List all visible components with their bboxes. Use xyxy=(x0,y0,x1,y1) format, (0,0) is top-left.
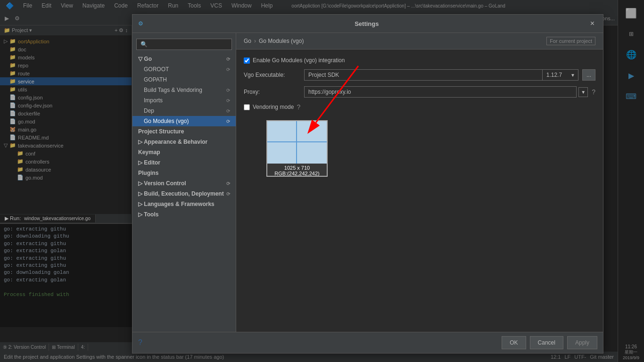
nav-item-plugins[interactable]: Plugins xyxy=(132,168,236,178)
enable-checkbox-label: Enable Go Modules (vgo) integration xyxy=(253,57,345,64)
sdk-dropdown-button[interactable]: ▼ xyxy=(568,71,578,80)
footer-buttons: OK Cancel Apply xyxy=(502,336,597,349)
sdk-value: Project SDK xyxy=(305,70,540,80)
sync-icon-vc: ⟳ xyxy=(226,181,230,186)
dialog-footer: ? OK Cancel Apply xyxy=(132,332,603,353)
screenshot-tooltip: 1025 x 710 RGB:(242,242,242) xyxy=(266,120,328,177)
dialog-title: Settings xyxy=(355,20,379,27)
dialog-body: ▽ Go ⟳ GOROOT ⟳ GOPATH Build Tags & Vend… xyxy=(132,33,603,332)
settings-search-input[interactable] xyxy=(136,39,232,50)
sdk-version: 1.12.7 xyxy=(542,70,566,80)
dialog-title-icon: ⚙ xyxy=(138,20,143,27)
nav-item-gopath[interactable]: GOPATH xyxy=(132,74,236,85)
ok-button[interactable]: OK xyxy=(502,336,526,349)
proxy-row: Proxy: ▼ ? xyxy=(244,86,595,98)
sync-icon-modules: ⟳ xyxy=(226,119,230,124)
dialog-close-button[interactable]: × xyxy=(587,18,597,29)
screenshot-preview: 1025 x 710 RGB:(242,242,242) xyxy=(266,120,328,177)
sync-icon-goroot: ⟳ xyxy=(226,67,230,72)
breadcrumb-current: Go Modules (vgo) xyxy=(259,38,304,44)
breadcrumb-root: Go xyxy=(244,38,251,44)
search-box xyxy=(136,39,232,50)
apply-button[interactable]: Apply xyxy=(567,336,597,349)
nav-item-dep[interactable]: Dep ⟳ xyxy=(132,106,236,116)
proxy-input-wrap: ▼ xyxy=(304,86,588,98)
settings-form: Enable Go Modules (vgo) integration Vgo … xyxy=(236,49,603,332)
nav-item-build-tags[interactable]: Build Tags & Vendoring ⟳ xyxy=(132,85,236,95)
proxy-label: Proxy: xyxy=(244,89,300,95)
nav-item-go-modules[interactable]: Go Modules (vgo) ⟳ xyxy=(132,116,236,126)
sync-icon-imports: ⟳ xyxy=(226,98,230,103)
proxy-help-icon[interactable]: ? xyxy=(592,88,595,96)
settings-dialog: ⚙ Settings × ▽ Go ⟳ GOROOT ⟳ GOPATH Buil… xyxy=(132,14,603,354)
breadcrumb-separator: › xyxy=(254,38,256,44)
nav-item-go[interactable]: ▽ Go ⟳ xyxy=(132,54,236,64)
vgo-exe-row: Vgo Executable: Project SDK 1.12.7 ▼ ... xyxy=(244,69,595,81)
sdk-select[interactable]: Project SDK 1.12.7 ▼ xyxy=(304,69,578,81)
sync-icon: ⟳ xyxy=(226,57,230,62)
sync-icon-dep: ⟳ xyxy=(226,108,230,114)
dialog-titlebar: ⚙ Settings × xyxy=(132,15,603,33)
proxy-field[interactable] xyxy=(304,86,577,98)
settings-breadcrumb: Go › Go Modules (vgo) For current projec… xyxy=(236,33,603,49)
nav-item-build-exec[interactable]: ▷ Build, Execution, Deployment ⟳ xyxy=(132,189,236,199)
settings-content: Go › Go Modules (vgo) For current projec… xyxy=(236,33,603,332)
nav-item-goroot[interactable]: GOROOT ⟳ xyxy=(132,64,236,74)
sync-icon-build-exec: ⟳ xyxy=(226,191,230,197)
nav-item-project-structure[interactable]: Project Structure xyxy=(132,126,236,137)
vendoring-label: Vendoring mode xyxy=(253,104,294,110)
nav-item-editor[interactable]: ▷ Editor xyxy=(132,157,236,168)
nav-item-version-control[interactable]: ▷ Version Control ⟳ xyxy=(132,178,236,189)
vgo-exe-label: Vgo Executable: xyxy=(244,72,300,78)
nav-item-tools[interactable]: ▷ Tools xyxy=(132,209,236,220)
vendoring-checkbox[interactable] xyxy=(244,104,250,110)
enable-checkbox[interactable] xyxy=(244,58,250,64)
help-button[interactable]: ? xyxy=(138,338,142,347)
nav-item-appearance[interactable]: ▷ Appearance & Behavior xyxy=(132,137,236,147)
settings-sidebar: ▽ Go ⟳ GOROOT ⟳ GOPATH Build Tags & Vend… xyxy=(132,33,236,332)
nav-item-keymap[interactable]: Keymap xyxy=(132,147,236,157)
screenshot-dimensions: 1025 x 710 RGB:(242,242,242) xyxy=(267,164,327,177)
proxy-dropdown-button[interactable]: ▼ xyxy=(578,87,588,97)
sync-icon-build: ⟳ xyxy=(226,88,230,93)
nav-item-languages[interactable]: ▷ Languages & Frameworks xyxy=(132,199,236,209)
vendoring-help-icon[interactable]: ? xyxy=(297,103,300,111)
sdk-more-button[interactable]: ... xyxy=(582,69,595,81)
project-badge: For current project xyxy=(546,37,595,45)
vendoring-checkbox-row: Vendoring mode ? xyxy=(244,103,595,111)
cancel-button[interactable]: Cancel xyxy=(530,336,563,349)
enable-checkbox-row: Enable Go Modules (vgo) integration xyxy=(244,57,595,64)
nav-item-imports[interactable]: Imports ⟳ xyxy=(132,95,236,106)
